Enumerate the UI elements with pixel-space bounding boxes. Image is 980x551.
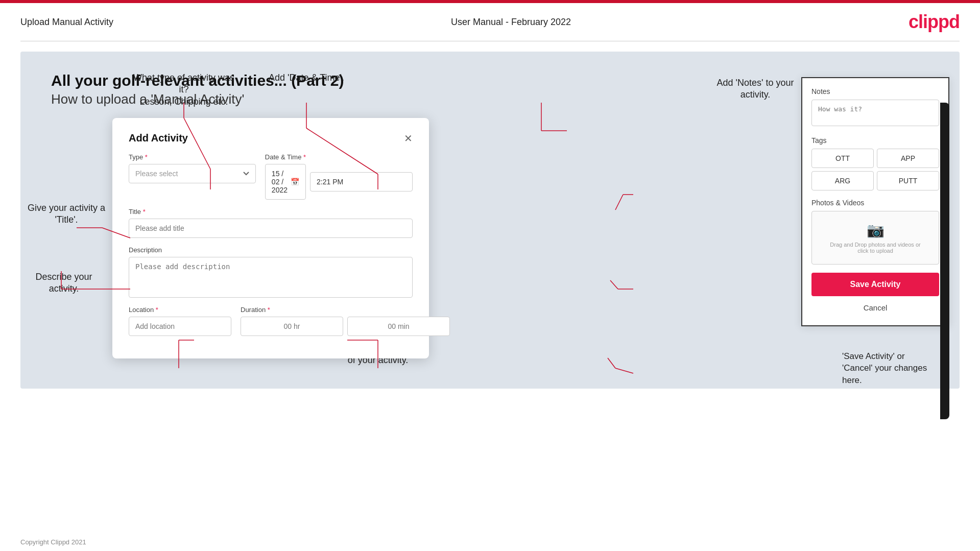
- modal-title: Add Activity: [129, 132, 188, 144]
- location-input[interactable]: [129, 317, 231, 336]
- svg-line-19: [610, 280, 618, 289]
- description-label: Description: [129, 246, 413, 254]
- photos-label: Photos & Videos: [811, 199, 939, 207]
- annotation-notes: Add 'Notes' to your activity.: [709, 77, 801, 101]
- right-panel: Notes Tags OTT APP ARG PUTT Photos & Vid…: [801, 77, 949, 326]
- location-duration-row: Location * Duration *: [129, 306, 413, 336]
- location-label: Location *: [129, 306, 231, 314]
- tag-arg[interactable]: ARG: [811, 171, 874, 190]
- description-group: Description: [129, 246, 413, 298]
- type-label: Type *: [129, 153, 256, 161]
- phone-content: Notes Tags OTT APP ARG PUTT Photos & Vid…: [802, 78, 948, 325]
- notes-input[interactable]: [811, 100, 939, 126]
- modal-header: Add Activity ✕: [129, 132, 413, 144]
- calendar-icon: 📅: [291, 178, 299, 186]
- svg-line-21: [608, 358, 615, 368]
- date-input[interactable]: 15 / 02 / 2022 📅: [265, 164, 306, 200]
- header-center: User Manual - February 2022: [451, 17, 571, 28]
- location-group: Location *: [129, 306, 231, 336]
- phone-modal: Notes Tags OTT APP ARG PUTT Photos & Vid…: [801, 77, 949, 326]
- logo: clippd: [909, 11, 960, 33]
- svg-line-20: [615, 368, 633, 373]
- type-select[interactable]: Please select: [129, 164, 256, 183]
- annotation-title: Give your activity a 'Title'.: [26, 202, 107, 226]
- upload-text: Drag and Drop photos and videos or click…: [822, 242, 928, 254]
- datetime-label: Date & Time *: [265, 153, 413, 161]
- description-textarea[interactable]: [129, 257, 413, 298]
- add-activity-modal: Add Activity ✕ Type * Please select Date…: [112, 118, 429, 358]
- save-activity-button[interactable]: Save Activity: [811, 273, 939, 296]
- date-time-row: 15 / 02 / 2022 📅: [265, 164, 413, 200]
- tag-putt[interactable]: PUTT: [877, 171, 939, 190]
- annotation-datetime: Add 'Date & Time'.: [255, 72, 357, 84]
- copyright: Copyright Clippd 2021: [20, 538, 86, 546]
- main-content: All your golf-relevant activities... (Pa…: [20, 52, 960, 389]
- datetime-group: Date & Time * 15 / 02 / 2022 📅: [265, 153, 413, 200]
- tags-label: Tags: [811, 136, 939, 145]
- title-input[interactable]: [129, 219, 413, 238]
- duration-min-input[interactable]: [347, 317, 450, 336]
- type-datetime-row: Type * Please select Date & Time * 15 / …: [129, 153, 413, 200]
- cancel-link[interactable]: Cancel: [811, 301, 939, 314]
- annotation-savecancel: 'Save Activity' or 'Cancel' your changes…: [842, 350, 949, 386]
- tag-app[interactable]: APP: [877, 149, 939, 168]
- duration-group: Duration *: [241, 306, 450, 336]
- header: Upload Manual Activity User Manual - Feb…: [0, 3, 980, 41]
- duration-hr-input[interactable]: [241, 317, 343, 336]
- header-divider: [20, 41, 960, 41]
- svg-line-17: [615, 195, 623, 210]
- type-group: Type * Please select: [129, 153, 256, 200]
- tags-grid: OTT APP ARG PUTT: [811, 149, 939, 190]
- annotation-describe: Describe your activity.: [26, 271, 102, 295]
- title-group: Title *: [129, 208, 413, 238]
- title-label: Title *: [129, 208, 413, 215]
- close-button[interactable]: ✕: [404, 133, 413, 143]
- duration-row: [241, 317, 450, 336]
- photos-upload[interactable]: 📷 Drag and Drop photos and videos or cli…: [811, 211, 939, 265]
- time-input[interactable]: [310, 172, 413, 191]
- duration-label: Duration *: [241, 306, 450, 314]
- photo-icon: 📷: [822, 222, 928, 238]
- tag-ott[interactable]: OTT: [811, 149, 874, 168]
- annotation-type: What type of activity was it? Lesson, Ch…: [133, 72, 235, 108]
- header-left: Upload Manual Activity: [20, 17, 113, 28]
- phone-side-bar: [940, 103, 949, 419]
- notes-label: Notes: [811, 87, 939, 95]
